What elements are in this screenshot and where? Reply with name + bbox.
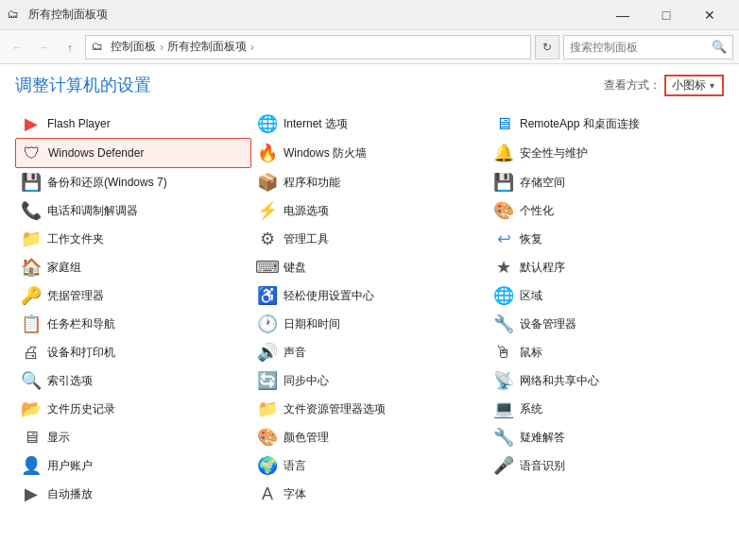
address-bar: ← → ↑ 🗂 控制面板 › 所有控制面板项 › ↻ 🔍 [0,30,739,64]
grid-item-user-account[interactable]: 👤 用户账户 [15,451,251,480]
forward-button[interactable]: → [32,36,55,59]
grid-item-ease-access[interactable]: ♿ 轻松使用设置中心 [251,281,488,310]
grid-item-phone-modem[interactable]: 📞 电话和调制解调器 [15,196,251,225]
item-icon-font: A [257,484,278,504]
grid-item-default-programs[interactable]: ★ 默认程序 [488,253,724,281]
item-icon-personalization: 🎨 [493,200,514,221]
grid-item-internet-options[interactable]: 🌐 Internet 选项 [251,110,488,138]
item-label-device-manager: 设备管理器 [520,316,576,332]
item-label-display: 显示 [47,430,70,446]
grid-item-sound[interactable]: 🔊 声音 [251,338,488,366]
item-icon-autoplay: ▶ [21,484,42,504]
address-part-2: 所有控制面板项 [167,39,247,55]
grid-item-remoteapp[interactable]: 🖥 RemoteApp 和桌面连接 [488,110,724,138]
item-icon-phone-modem: 📞 [21,200,42,221]
item-icon-device-printer: 🖨 [21,342,42,363]
view-dropdown[interactable]: 小图标 ▾ [664,75,724,96]
grid-item-personalization[interactable]: 🎨 个性化 [488,196,724,225]
grid-item-sync-center[interactable]: 🔄 同步中心 [251,366,488,395]
title-bar: 🗂 所有控制面板项 — □ ✕ [0,0,739,30]
grid-item-work-folder[interactable]: 📁 工作文件夹 [15,225,251,253]
refresh-button[interactable]: ↻ [535,35,559,59]
window-title: 所有控制面板项 [28,7,108,23]
item-icon-display: 🖥 [21,427,42,448]
grid-item-storage-space[interactable]: 💾 存储空间 [488,168,724,196]
item-icon-program-features: 📦 [257,172,278,193]
item-label-remoteapp: RemoteApp 和桌面连接 [520,116,640,132]
item-label-system: 系统 [520,401,542,417]
item-icon-credential: 🔑 [21,285,42,306]
address-box[interactable]: 🗂 控制面板 › 所有控制面板项 › [85,35,531,59]
item-label-work-folder: 工作文件夹 [47,231,104,247]
grid-item-system[interactable]: 💻 系统 [488,395,724,423]
window-icon: 🗂 [8,8,23,23]
back-button[interactable]: ← [6,36,28,59]
item-icon-sound: 🔊 [257,342,278,363]
item-label-font: 字体 [284,486,306,502]
view-control: 查看方式： 小图标 ▾ [604,75,724,96]
grid-item-program-features[interactable]: 📦 程序和功能 [251,168,488,196]
item-icon-ease-access: ♿ [257,285,278,306]
item-label-homegroup: 家庭组 [47,260,81,276]
grid-item-language[interactable]: 🌍 语言 [251,451,488,480]
item-icon-windows-firewall: 🔥 [257,143,278,163]
item-icon-power-options: ⚡ [257,200,278,221]
search-input[interactable] [570,41,708,54]
grid-item-device-manager[interactable]: 🔧 设备管理器 [488,310,724,338]
item-label-file-history: 文件历史记录 [47,401,115,417]
item-label-default-programs: 默认程序 [520,260,565,276]
grid-item-mouse[interactable]: 🖱 鼠标 [488,338,724,366]
up-button[interactable]: ↑ [59,36,81,59]
minimize-button[interactable]: — [601,0,644,30]
grid-item-network-sharing[interactable]: 📡 网络和共享中心 [488,366,724,395]
grid-item-power-options[interactable]: ⚡ 电源选项 [251,196,488,225]
address-sep-1: › [160,41,163,54]
item-label-personalization: 个性化 [520,203,554,219]
page-title: 调整计算机的设置 [15,74,151,96]
grid-item-troubleshoot[interactable]: 🔧 疑难解答 [488,423,724,451]
grid-item-credential[interactable]: 🔑 凭据管理器 [15,281,251,310]
grid-item-recovery[interactable]: ↩ 恢复 [488,225,724,253]
grid-item-taskbar[interactable]: 📋 任务栏和导航 [15,310,251,338]
title-bar-left: 🗂 所有控制面板项 [8,7,108,23]
address-text: 控制面板 › 所有控制面板项 › [111,39,256,55]
grid-item-speech-recognition[interactable]: 🎤 语音识别 [488,451,724,480]
item-label-troubleshoot: 疑难解答 [520,430,565,446]
grid-item-windows-defender[interactable]: 🛡 Windows Defender [15,138,251,168]
grid-item-datetime[interactable]: 🕐 日期和时间 [251,310,488,338]
grid-item-index-options[interactable]: 🔍 索引选项 [15,366,251,395]
grid-item-keyboard[interactable]: ⌨ 键盘 [251,253,488,281]
grid-item-region[interactable]: 🌐 区域 [488,281,724,310]
close-button[interactable]: ✕ [688,0,731,30]
grid-item-device-printer[interactable]: 🖨 设备和打印机 [15,338,251,366]
item-label-recovery: 恢复 [520,231,542,247]
grid-item-file-manager-options[interactable]: 📁 文件资源管理器选项 [251,395,488,423]
grid-item-display[interactable]: 🖥 显示 [15,423,251,451]
item-label-file-manager-options: 文件资源管理器选项 [284,401,386,417]
grid-item-admin-tools[interactable]: ⚙ 管理工具 [251,225,488,253]
grid-item-homegroup[interactable]: 🏠 家庭组 [15,253,251,281]
grid-item-color-management[interactable]: 🎨 颜色管理 [251,423,488,451]
grid-item-security-maintenance[interactable]: 🔔 安全性与维护 [488,138,724,168]
grid-item-file-history[interactable]: 📂 文件历史记录 [15,395,251,423]
grid-item-backup-restore[interactable]: 💾 备份和还原(Windows 7) [15,168,251,196]
item-label-sound: 声音 [284,345,306,361]
item-icon-backup-restore: 💾 [21,172,42,193]
item-label-device-printer: 设备和打印机 [47,345,115,361]
item-label-windows-firewall: Windows 防火墙 [284,145,367,161]
item-label-region: 区域 [520,288,542,304]
item-label-language: 语言 [284,458,306,474]
item-label-flash-player: Flash Player [47,117,111,130]
grid-item-windows-firewall[interactable]: 🔥 Windows 防火墙 [251,138,488,168]
search-box[interactable]: 🔍 [563,35,733,59]
item-label-admin-tools: 管理工具 [284,231,329,247]
item-icon-sync-center: 🔄 [257,370,278,391]
grid-item-flash-player[interactable]: ▶ Flash Player [15,110,251,138]
maximize-button[interactable]: □ [644,0,688,30]
item-icon-user-account: 👤 [21,455,42,476]
item-icon-network-sharing: 📡 [493,370,514,391]
grid-item-font[interactable]: A 字体 [251,480,488,508]
address-sep-2: › [250,41,254,54]
item-icon-storage-space: 💾 [493,172,514,193]
grid-item-autoplay[interactable]: ▶ 自动播放 [15,480,251,508]
